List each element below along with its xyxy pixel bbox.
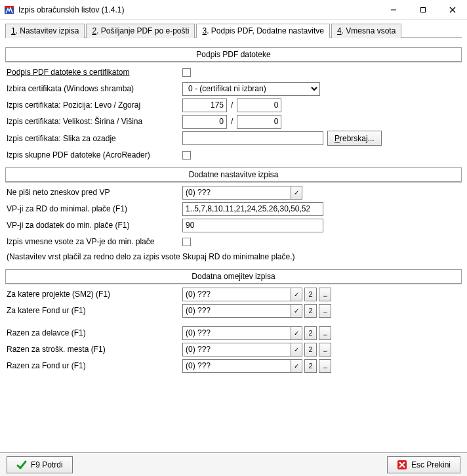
btn-dots-strosk[interactable]: ... <box>319 343 331 357</box>
browse-button[interactable]: Prebrskaj... <box>327 131 382 146</box>
check-icon: ✓ <box>294 291 299 298</box>
tab-podpis-pdf[interactable]: 3. Podpis PDF, Dodatne nastavitve <box>196 24 329 38</box>
content-area: 1. Nastavitev izpisa 2. Pošiljanje PDF p… <box>0 20 467 452</box>
label-vmesne-vsote: Izpis vmesne vsote za VP-je do min. plač… <box>5 237 182 246</box>
cancel-label: Esc Prekini <box>411 460 451 469</box>
group-dodatne-nastavitve: Dodatne nastavitve izpisa <box>5 167 462 183</box>
btn-dots-fond1[interactable]: ... <box>319 304 331 318</box>
input-size-height[interactable] <box>237 115 281 129</box>
tab-body: Podpis PDF datoteke Podpis PDF datoteke … <box>5 37 462 373</box>
slash-2: / <box>227 117 237 126</box>
minimize-button[interactable] <box>378 0 408 20</box>
close-button[interactable] <box>437 0 467 20</box>
check-icon: ✓ <box>294 330 299 337</box>
input-fond-ur-1[interactable] <box>182 304 291 318</box>
label-acroreader: Izpis skupne PDF datoteke (AcroReader) <box>5 150 182 160</box>
label-projekte: Za katere projekte (SM2) (F1) <box>5 290 182 299</box>
tab-nastavitev-izpisa[interactable]: 1. Nastavitev izpisa <box>5 24 85 38</box>
label-delavce: Razen za delavce (F1) <box>5 328 182 337</box>
combo-btn-fond1[interactable]: ✓ <box>291 304 302 318</box>
tab-posiljanje-pdf[interactable]: 2. Pošiljanje PDF po e-pošti <box>86 24 195 38</box>
combo-btn-strosk[interactable]: ✓ <box>291 343 302 357</box>
input-size-width[interactable] <box>182 115 227 129</box>
checkbox-acroreader[interactable] <box>182 151 191 160</box>
check-icon: ✓ <box>294 346 299 353</box>
slash-1: / <box>227 100 237 110</box>
btn-dots-projekte[interactable]: ... <box>319 288 331 301</box>
checkbox-cert-sign[interactable] <box>182 68 191 77</box>
label-vp-add: VP-ji za dodatek do min. plače (F1) <box>5 221 182 230</box>
check-icon: ✓ <box>294 189 299 196</box>
combo-btn-neto[interactable]: ✓ <box>291 186 302 200</box>
btn-two-fond1[interactable]: 2 <box>304 304 317 318</box>
app-icon <box>4 5 14 15</box>
input-strosk[interactable] <box>182 343 291 357</box>
btn-two-strosk[interactable]: 2 <box>304 343 317 357</box>
btn-two-delavce[interactable]: 2 <box>304 326 317 340</box>
input-vp-rd[interactable] <box>182 202 323 216</box>
input-vp-add[interactable] <box>182 219 323 232</box>
btn-two-projekte[interactable]: 2 <box>304 288 317 301</box>
note-vp: (Nastavitev vrst plačil za redno delo za… <box>5 251 462 264</box>
confirm-label: F9 Potrdi <box>31 460 63 469</box>
label-cert-sign: Podpis PDF datoteke s certifikatom <box>5 68 182 77</box>
group-podpis-pdf: Podpis PDF datoteke <box>5 47 462 62</box>
label-vp-rd: VP-ji za RD do minimal. plače (F1) <box>5 204 182 213</box>
cancel-button[interactable]: Esc Prekini <box>387 456 460 473</box>
check-icon <box>16 460 27 470</box>
btn-two-fond2[interactable]: 2 <box>304 359 317 373</box>
maximize-button[interactable] <box>408 0 437 20</box>
footer-bar: F9 Potrdi Esc Prekini <box>0 452 467 476</box>
group-dodatna-omejitev: Dodatna omejitev izpisa <box>5 269 462 284</box>
check-icon: ✓ <box>294 362 299 370</box>
group-title-podpis: Podpis PDF datoteke <box>6 48 461 62</box>
tabstrip: 1. Nastavitev izpisa 2. Pošiljanje PDF p… <box>0 20 467 37</box>
input-pos-top[interactable] <box>237 98 281 112</box>
input-pos-left[interactable] <box>182 98 227 112</box>
cancel-icon <box>397 460 407 470</box>
label-strosk: Razen za strošk. mesta (F1) <box>5 345 182 354</box>
label-fond-ur-2: Razen za Fond ur (F1) <box>5 361 182 370</box>
window-title: Izpis obračunskih listov (1.4.1) <box>18 5 378 14</box>
label-fond-ur-1: Za katere Fond ur (F1) <box>5 306 182 315</box>
confirm-button[interactable]: F9 Potrdi <box>7 456 73 473</box>
titlebar: Izpis obračunskih listov (1.4.1) <box>0 0 467 20</box>
label-cert-size: Izpis certifikata: Velikost: Širina / Vi… <box>5 117 182 126</box>
btn-dots-delavce[interactable]: ... <box>319 326 331 340</box>
combo-btn-projekte[interactable]: ✓ <box>291 288 302 301</box>
btn-dots-fond2[interactable]: ... <box>319 359 331 373</box>
label-cert-select: Izbira certifikata (Windows shramba) <box>5 84 182 93</box>
label-cert-position: Izpis certifikata: Pozicija: Levo / Zgor… <box>5 100 182 110</box>
label-neto: Ne piši neto zneskov pred VP <box>5 188 182 197</box>
checkbox-vmesne-vsote[interactable] <box>182 238 191 246</box>
label-cert-bg: Izpis certifikata: Slika za ozadje <box>5 134 182 143</box>
input-bg-path[interactable] <box>182 131 323 145</box>
input-neto[interactable] <box>182 186 291 200</box>
combo-btn-delavce[interactable]: ✓ <box>291 326 302 340</box>
input-delavce[interactable] <box>182 326 291 340</box>
group-title-omejitev: Dodatna omejitev izpisa <box>6 270 461 284</box>
window-buttons <box>378 0 467 20</box>
select-certificate[interactable]: 0 - (certifikat ni izbran) <box>182 82 320 96</box>
svg-rect-3 <box>420 7 425 12</box>
input-projekte[interactable] <box>182 288 291 301</box>
tab-vmesna-vsota[interactable]: 4. Vmesna vsota <box>331 24 401 38</box>
svg-rect-1 <box>5 6 14 8</box>
input-fond-ur-2[interactable] <box>182 359 291 373</box>
combo-btn-fond2[interactable]: ✓ <box>291 359 302 373</box>
check-icon: ✓ <box>294 307 299 314</box>
group-title-dodatne: Dodatne nastavitve izpisa <box>6 168 461 182</box>
